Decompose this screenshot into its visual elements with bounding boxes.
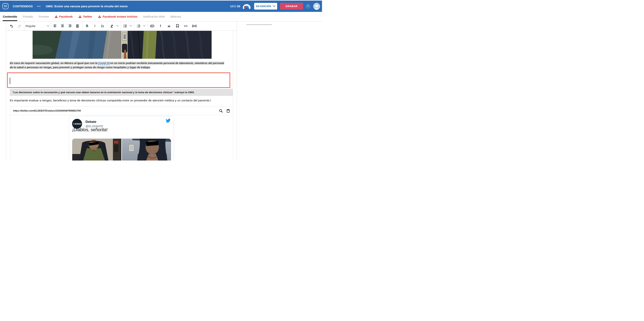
svg-text:3: 3 [137,26,138,27]
tab-label: Portada [23,15,33,18]
paragraph-highlighted[interactable]: En caso de requerir vacunación global, e… [10,61,227,69]
blockquote-button[interactable]: ” [166,23,172,29]
nav-contenidos[interactable]: CONTENIDOS [13,4,33,8]
tweet-photo-left [72,139,121,160]
align-left-button[interactable] [53,23,58,29]
align-right-icon [68,24,72,28]
embed-delete-button[interactable] [226,109,230,113]
tab-preview[interactable]: Preview [39,15,49,18]
paragraph-plain[interactable]: Es importante evaluar a riesgos, benefic… [10,99,211,102]
tab-label: Notificación Web [143,15,165,18]
clear-format-glyph: Tx [101,24,104,27]
embed-url[interactable]: https://twitter.com/ELDEBATE/status/1532… [13,109,81,112]
align-right-button[interactable] [68,23,73,29]
search-icon [219,109,223,113]
exclamation-button[interactable]: ! [158,23,163,29]
chevron-down-icon [47,25,50,27]
bookmark-button[interactable] [175,23,180,29]
tab-notificacion-web[interactable]: Notificación Web [143,15,165,18]
help-icon[interactable]: ? [306,4,310,8]
warning-icon [78,15,82,18]
seo-gauge-icon [243,3,250,9]
tweet-author-name[interactable]: Debate [86,120,96,124]
tab-bar: Contenido Portada Preview Facebook Twitt… [0,12,322,21]
clear-format-button[interactable]: Tx [100,23,105,29]
numbered-list-icon: 123 [137,24,140,28]
broadcast-button[interactable] [192,23,197,29]
tweet-text[interactable]: ¡Diablos, señorita! [72,127,108,132]
align-justify-icon [76,24,80,28]
article-image-left [32,31,122,59]
quote-block[interactable]: “Las decisiones sobre la vacunación y qu… [10,89,233,96]
more-menu-icon[interactable]: ••• [37,5,41,8]
seo-label: SEO [230,4,236,8]
redo-button[interactable] [17,23,22,29]
chevron-down-icon[interactable] [130,25,132,27]
app-logo[interactable]: td [2,3,8,9]
broadcast-icon [192,24,197,28]
warning-icon [98,15,101,18]
align-justify-button[interactable] [75,23,80,29]
chevron-down-icon [273,5,275,7]
undo-button[interactable] [9,23,14,29]
tab-facebook[interactable]: Facebook [55,15,73,18]
paragraph-style-dropdown[interactable]: Regular [24,21,50,30]
save-button[interactable]: GRABAR [280,3,303,9]
redo-icon [18,24,22,28]
bookmark-icon [176,24,179,28]
tweet-media[interactable] [72,139,171,160]
trash-icon [226,109,230,113]
blockquote-glyph: ” [168,24,170,28]
numbered-list-button[interactable]: 123 [136,23,142,29]
tab-label: Facebook [59,15,73,18]
twitter-bird-icon[interactable] [166,119,171,123]
align-left-icon [54,24,57,28]
embed-search-button[interactable] [219,109,223,113]
editor-shell: Regular [6,21,237,160]
warning-icon [55,15,58,18]
italic-glyph: I [94,24,96,28]
tab-label: Contenido [3,15,17,18]
article-image[interactable] [32,31,212,59]
tab-portada[interactable]: Portada [23,15,33,18]
debate-flame-icon [73,123,74,125]
tab-label: Bitácora [170,15,181,18]
highlighter-icon [110,24,114,28]
bullet-list-button[interactable] [123,23,128,29]
code-button[interactable]: <> [183,23,188,29]
link-button[interactable] [150,23,155,29]
covid19-link[interactable]: Covid-19 [98,62,110,65]
tab-facebook-instant-articles[interactable]: Facebook Instant Articles [98,15,138,18]
article-image-right [122,31,212,59]
app-header: td CONTENIDOS ••• OMS: Existe una vacuna… [0,0,322,12]
person-icon [314,4,320,10]
user-avatar[interactable] [313,3,320,10]
tab-bitacora[interactable]: Bitácora [170,15,181,18]
logo-section[interactable]: td [0,0,11,12]
seo-score: SEO 50 [230,4,240,8]
align-center-icon [61,24,64,28]
document-title: OMS: Existe una vacuna para prevenir la … [46,4,128,8]
quote-text: “Las decisiones sobre la vacunación y qu… [10,91,194,94]
tab-twitter[interactable]: Twitter [78,15,92,18]
undo-icon [10,24,14,28]
status-dropdown-label: EN EDICIÓN [256,5,271,8]
paragraph-text: En caso de requerir vacunación global, e… [10,62,98,65]
bold-button[interactable]: B [84,23,90,29]
highlight-button[interactable] [109,23,114,29]
tweet-avatar-word: debate [74,123,81,125]
bold-glyph: B [86,24,88,28]
bullet-list-icon [124,24,127,28]
tweet-card[interactable]: debate Debate @ELDEBATE ¡Diablos, señori… [69,116,174,160]
status-dropdown[interactable]: EN EDICIÓN [254,3,277,9]
chevron-down-icon[interactable] [143,25,146,27]
tab-contenido[interactable]: Contenido [3,15,17,18]
text-cursor [10,78,10,84]
selected-empty-block[interactable] [7,72,230,88]
tab-label: Twitter [83,15,92,18]
right-panel-divider[interactable] [246,24,272,25]
italic-button[interactable]: I [92,23,98,29]
align-center-button[interactable] [60,23,66,29]
header-right-cluster: SEO 50 EN EDICIÓN GRABAR ? [230,3,322,10]
chevron-down-icon[interactable] [116,25,119,27]
